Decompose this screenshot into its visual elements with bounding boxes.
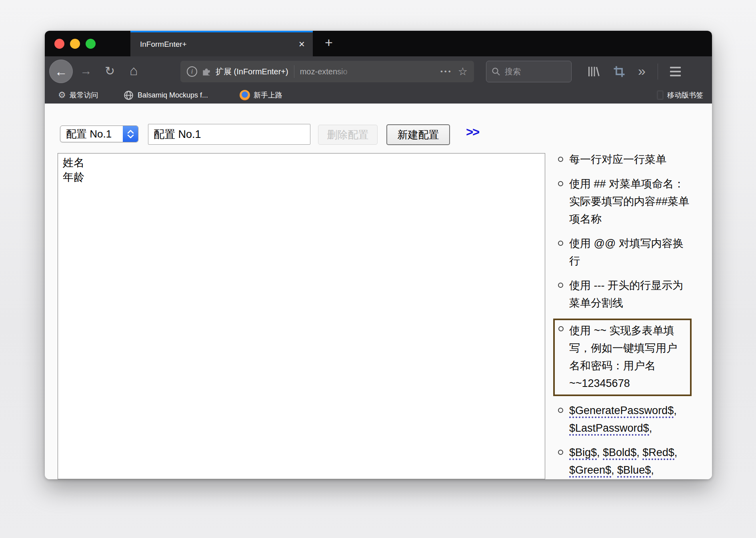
search-input[interactable] [505, 67, 566, 76]
macro-token: $Bold$ [603, 446, 636, 460]
select-stepper-icon [123, 126, 138, 142]
macro-textarea[interactable]: 姓名 年龄 [58, 153, 545, 479]
back-button[interactable]: ← [49, 60, 73, 83]
tip-item: 使用 @@ 对填写内容换行 [569, 235, 692, 270]
tab-close-icon[interactable]: × [299, 38, 305, 50]
identity-label: 扩展 (InFormEnter+) [216, 66, 288, 77]
traffic-lights [54, 39, 96, 49]
gear-icon: ⚙ [58, 91, 66, 100]
extension-puzzle-icon [201, 66, 212, 77]
home-button[interactable]: ⌂ [130, 63, 138, 78]
search-bar[interactable] [486, 61, 572, 82]
expand-link[interactable]: >> [466, 125, 479, 139]
toolbar-divider [658, 64, 658, 80]
page-actions-icon[interactable]: ••• [440, 68, 452, 76]
bookmark-label: 移动版书签 [667, 90, 703, 100]
bookmark-label: 新手上路 [254, 90, 282, 100]
new-config-button[interactable]: 新建配置 [386, 124, 450, 145]
tip-item: $GeneratePassword$, $LastPassword$, [569, 402, 692, 437]
tip-item: 每一行对应一行菜单 [569, 151, 692, 168]
macro-token: $Blue$ [617, 464, 651, 478]
extension-page: 配置 No.1 删除配置 新建配置 >> 姓名 年龄 每一行对应一行菜单 使用 … [45, 104, 712, 479]
tab-informenter[interactable]: InFormEnter+ × [130, 31, 313, 56]
tip-item: 使用 --- 开头的行显示为菜单分割线 [569, 277, 692, 312]
macro-token: $Big$ [569, 446, 597, 460]
macro-token: $Red$ [642, 446, 674, 460]
tip-item: 使用 ## 对菜单项命名：实际要填写的内容##菜单项名称 [569, 175, 692, 228]
tip-item-highlighted: 使用 ~~ 实现多表单填写，例如一键填写用户名和密码：用户名~~12345678 [553, 319, 692, 396]
macro-token: $GeneratePassword$ [569, 404, 674, 418]
screenshot-crop-icon[interactable] [612, 65, 626, 78]
url-text: moz-extensio [300, 67, 360, 76]
config-select-value: 配置 No.1 [66, 127, 112, 141]
config-name-input[interactable] [148, 124, 310, 145]
bookmark-label: Balsamiq Mockups f... [138, 91, 208, 100]
urlbar-divider [294, 65, 294, 78]
macro-token: $Green$ [569, 464, 611, 478]
bookmark-getting-started[interactable]: 新手上路 [240, 87, 282, 104]
library-icon[interactable] [586, 64, 600, 79]
search-icon [491, 67, 501, 76]
config-select[interactable]: 配置 No.1 [60, 126, 138, 142]
bookmark-most-visited[interactable]: ⚙ 最常访问 [58, 87, 98, 104]
toolbar-right-icons: » [586, 56, 681, 87]
macro-token: $LastPassword$ [569, 422, 649, 436]
firefox-icon [240, 90, 250, 100]
forward-button[interactable]: → [80, 64, 92, 78]
reload-button[interactable]: ↻ [105, 64, 115, 78]
site-info-icon[interactable]: i [187, 66, 197, 77]
navigation-toolbar: ← → ↻ ⌂ i 扩展 (InFormEnter+) moz-extensio… [45, 56, 712, 87]
delete-config-button[interactable]: 删除配置 [318, 125, 378, 145]
tip-item: $Big$, $Bold$, $Red$, $Green$, $Blue$, [569, 444, 692, 479]
minimize-window-button[interactable] [70, 39, 80, 49]
close-window-button[interactable] [54, 39, 64, 49]
menu-hamburger-icon[interactable] [670, 67, 681, 76]
bookmark-balsamiq[interactable]: Balsamiq Mockups f... [123, 87, 208, 104]
toolbar-overflow-icon[interactable]: » [638, 64, 646, 78]
bookmarks-bar: ⚙ 最常访问 Balsamiq Mockups f... 新手上路 移动版书签 [45, 87, 712, 104]
browser-window: InFormEnter+ × + ← → ↻ ⌂ i 扩展 (InFormEnt… [45, 31, 712, 479]
zoom-window-button[interactable] [86, 39, 96, 49]
tab-bar: InFormEnter+ × + [45, 31, 712, 56]
bookmark-label: 最常访问 [70, 90, 98, 100]
globe-icon [123, 90, 134, 101]
bookmark-mobile-bookmarks[interactable]: 移动版书签 [657, 87, 703, 104]
tips-list: 每一行对应一行菜单 使用 ## 对菜单项命名：实际要填写的内容##菜单项名称 使… [569, 151, 692, 479]
bookmark-star-icon[interactable]: ☆ [458, 65, 468, 78]
new-tab-button[interactable]: + [325, 35, 333, 50]
tab-title: InFormEnter+ [140, 40, 187, 49]
url-bar[interactable]: i 扩展 (InFormEnter+) moz-extensio ••• ☆ [180, 61, 474, 82]
mobile-phone-icon [657, 90, 664, 100]
